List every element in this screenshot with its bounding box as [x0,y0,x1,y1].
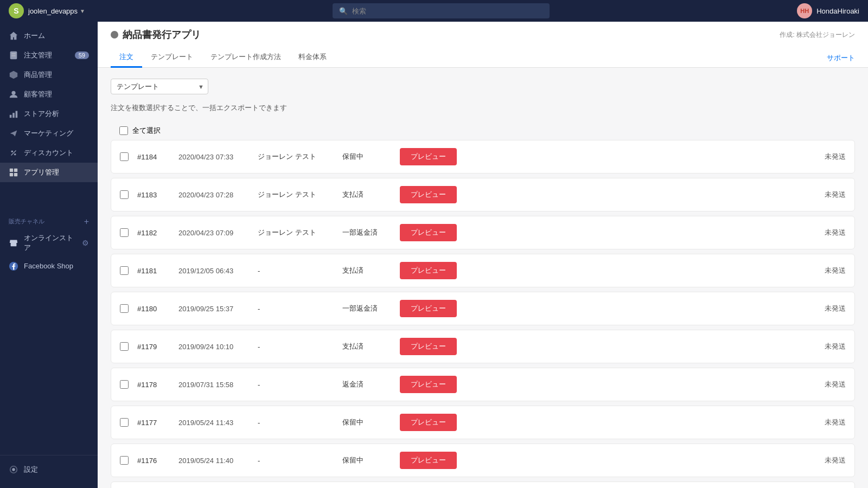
preview-button[interactable]: プレビュー [400,224,457,241]
sidebar-item-online-store[interactable]: オンラインストア ⚙ [0,229,98,257]
preview-button[interactable]: プレビュー [400,148,457,165]
order-date: 2020/04/23 07:28 [178,191,249,199]
search-input[interactable] [352,7,543,15]
order-id: #1177 [137,419,170,427]
settings-label: 設定 [24,465,38,474]
svg-point-8 [14,153,16,156]
sidebar-item-home[interactable]: ホーム [0,26,98,46]
svg-rect-11 [14,169,17,172]
app-tabs: 注文 テンプレート テンプレート作成方法 料金体系 [111,48,335,67]
order-checkbox[interactable] [120,456,129,465]
order-checkbox[interactable] [120,266,129,275]
sidebar-bottom: 設定 [0,455,98,488]
order-id: #1178 [137,381,170,389]
order-customer: - [258,419,334,427]
store-name[interactable]: joolen_devapps ▼ [28,7,85,15]
tab-template-create[interactable]: テンプレート作成方法 [202,48,290,68]
svg-rect-4 [10,115,12,118]
sidebar-item-analytics[interactable]: ストア分析 [0,104,98,124]
order-id: #1181 [137,267,170,275]
svg-rect-13 [14,173,17,176]
order-customer: - [258,381,334,389]
order-send-status: 未発送 [813,418,846,427]
order-id: #1176 [137,457,170,465]
svg-rect-14 [11,243,17,246]
facebook-shop-label: Facebook Shop [24,262,73,270]
sidebar-item-marketing[interactable]: マーケティング [0,124,98,143]
order-status: 保留中 [342,455,391,465]
sidebar-item-orders[interactable]: 注文管理 59 [0,46,98,65]
order-customer: ジョーレン テスト [258,190,334,200]
select-all-label: 全て選択 [132,126,161,136]
app-header: 納品書発行アプリ 作成: 株式会社ジョーレン 注文 テンプレート テンプレート作… [98,22,868,68]
order-status: 一部返金済 [342,228,391,237]
sidebar-item-customers[interactable]: 顧客管理 [0,85,98,104]
select-all-checkbox[interactable] [119,126,128,135]
preview-button[interactable]: プレビュー [400,414,457,431]
search-bar[interactable]: 🔍 [333,3,550,18]
order-checkbox[interactable] [120,228,129,237]
order-customer: - [258,343,334,351]
order-checkbox[interactable] [120,190,129,199]
sidebar-item-apps[interactable]: アプリ管理 [0,163,98,182]
order-customer: ジョーレン テスト [258,152,334,162]
sidebar-item-facebook-shop[interactable]: Facebook Shop [0,257,98,275]
tabs-row: 注文 テンプレート テンプレート作成方法 料金体系 サポート [111,48,855,67]
preview-button[interactable]: プレビュー [400,300,457,317]
order-status: 支払済 [342,266,391,275]
preview-button[interactable]: プレビュー [400,338,457,355]
support-link[interactable]: サポート [827,53,855,67]
sidebar-discounts-label: ディスカウント [24,148,73,158]
order-date: 2019/07/31 15:58 [178,381,249,389]
online-store-label: オンラインストア [24,233,76,253]
sidebar-products-label: 商品管理 [24,70,52,80]
store-icon [9,238,18,248]
order-checkbox[interactable] [120,380,129,389]
sales-channels-label: 販売チャネル [9,217,44,226]
app-title: 納品書発行アプリ [111,28,201,41]
order-checkbox[interactable] [120,418,129,427]
marketing-icon [9,129,18,138]
order-send-status: 未発送 [813,380,846,389]
sidebar-home-label: ホーム [24,31,45,41]
store-name-label: joolen_devapps [28,7,78,15]
tab-orders[interactable]: 注文 [111,48,142,68]
sidebar-item-discounts[interactable]: ディスカウント [0,143,98,163]
app-meta-text: 作成: 株式会社ジョーレン [780,30,855,40]
order-send-status: 未発送 [813,152,846,162]
sales-channels-section: 販売チャネル + [0,210,98,229]
order-checkbox[interactable] [120,152,129,161]
preview-button[interactable]: プレビュー [400,186,457,203]
order-status: 保留中 [342,418,391,427]
preview-button[interactable]: プレビュー [400,262,457,279]
sidebar-item-settings[interactable]: 設定 [0,460,98,479]
sidebar-item-products[interactable]: 商品管理 [0,65,98,85]
orders-icon [9,50,18,60]
order-checkbox[interactable] [120,304,129,313]
online-store-settings-icon[interactable]: ⚙ [82,239,89,247]
table-row: #1179 2019/09/24 10:10 - 支払済 プレビュー 未発送 [111,330,855,363]
tab-pricing[interactable]: 料金体系 [290,48,335,68]
preview-button[interactable]: プレビュー [400,376,457,393]
tab-template[interactable]: テンプレート [142,48,202,68]
preview-button[interactable]: プレビュー [400,452,457,469]
export-hint: 注文を複数選択することで、一括エクスポートできます [111,103,855,113]
sidebar-analytics-label: ストア分析 [24,109,59,119]
add-channel-button[interactable]: + [84,217,89,227]
order-id: #1182 [137,229,170,237]
store-chevron-icon: ▼ [80,8,85,14]
table-row: #1183 2020/04/23 07:28 ジョーレン テスト 支払済 プレビ… [111,178,855,211]
svg-rect-10 [10,169,13,172]
app-title-text: 納品書発行アプリ [123,28,201,41]
template-select[interactable]: テンプレート [111,79,208,94]
sidebar-customers-label: 顧客管理 [24,89,52,99]
order-status: 保留中 [342,152,391,162]
table-row: #1175 2019/05/24 11:39 - 保留中 プレビュー 未発送 [111,481,855,488]
orders-list: #1184 2020/04/23 07:33 ジョーレン テスト 保留中 プレビ… [111,140,855,488]
order-checkbox[interactable] [120,342,129,351]
facebook-icon [9,261,18,271]
table-row: #1182 2020/04/23 07:09 ジョーレン テスト 一部返金済 プ… [111,216,855,249]
avatar: HH [797,3,812,18]
svg-point-7 [11,151,14,153]
order-customer: ジョーレン テスト [258,228,334,237]
